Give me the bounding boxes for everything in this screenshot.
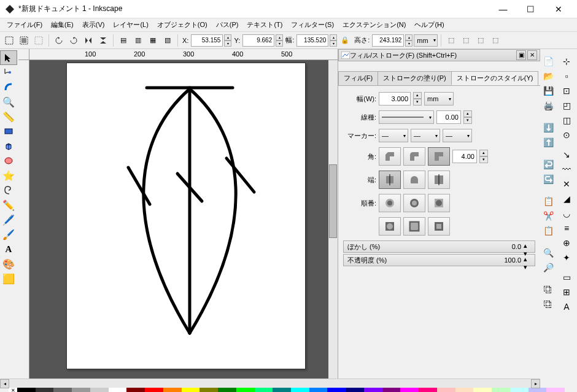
swatch[interactable] (400, 388, 419, 392)
menu-view[interactable]: 表示(V) (78, 19, 109, 31)
menu-text[interactable]: テキスト(T) (242, 19, 287, 31)
import-icon[interactable]: ⬇️ (540, 120, 556, 135)
menu-edit[interactable]: 編集(E) (47, 19, 78, 31)
tab-stroke-paint[interactable]: ストロークの塗り(P) (378, 71, 452, 85)
swatch[interactable] (291, 388, 309, 392)
dash-offset-input[interactable]: 0.00 (436, 110, 461, 124)
swatch[interactable] (17, 388, 36, 392)
swatch[interactable] (255, 388, 273, 392)
selector-tool[interactable] (0, 50, 17, 65)
snap-midpoint-icon[interactable]: ◫ (559, 113, 575, 128)
join-bevel-button[interactable] (379, 147, 401, 166)
swatch[interactable] (309, 388, 328, 392)
unit-select[interactable]: mm (414, 34, 437, 47)
raise-top-icon[interactable]: ▤ (117, 34, 130, 47)
lock-aspect-icon[interactable]: 🔒 (338, 34, 352, 47)
miter-limit-input[interactable]: 4.00 (452, 150, 477, 163)
panel-dock-icon[interactable]: ▣ (516, 50, 526, 60)
duplicate-icon[interactable]: ⿻ (540, 282, 556, 297)
close-button[interactable]: ✕ (544, 0, 572, 18)
blur-spinner[interactable]: ▴▾ (524, 242, 531, 252)
redo-icon[interactable]: ↪️ (540, 172, 556, 186)
swatch[interactable] (218, 388, 236, 392)
snap-page-icon[interactable]: ▭ (559, 270, 575, 285)
tweak-tool[interactable] (0, 80, 17, 94)
affect-stroke-icon[interactable]: ⬚ (444, 34, 458, 47)
h-input[interactable]: 243.192 (372, 34, 404, 47)
swatch[interactable] (382, 388, 401, 392)
swatch[interactable] (346, 388, 364, 392)
swatch[interactable] (36, 388, 54, 392)
flip-v-icon[interactable] (96, 34, 110, 47)
marker-mid-select[interactable]: — (411, 129, 440, 142)
stroke-width-input[interactable]: 3.000 (379, 92, 411, 106)
snap-path-icon[interactable]: 〰 (559, 162, 575, 177)
rotate-cw-icon[interactable] (67, 34, 80, 47)
swatch[interactable] (492, 388, 510, 392)
cut-icon[interactable]: ✂️ (540, 209, 556, 223)
order-3-button[interactable] (428, 194, 450, 212)
snap-line-mid-icon[interactable]: ≡ (559, 221, 575, 236)
star-tool[interactable]: ⭐ (0, 168, 17, 183)
swatch[interactable] (53, 388, 72, 392)
menu-help[interactable]: ヘルプ(H) (410, 19, 448, 31)
affect-corner-icon[interactable]: ⬚ (459, 34, 473, 47)
spray-tool[interactable]: 🎨 (0, 256, 17, 271)
swatch[interactable] (72, 388, 90, 392)
snap-rotation-icon[interactable]: ✦ (559, 250, 575, 265)
swatch[interactable] (546, 388, 565, 392)
paste-icon[interactable]: 📋 (540, 223, 556, 238)
swatch[interactable] (145, 388, 163, 392)
select-layer-icon[interactable] (17, 34, 31, 47)
swatch[interactable] (236, 388, 255, 392)
snap-edge-icon[interactable]: ⊡ (559, 83, 575, 98)
menu-file[interactable]: ファイル(F) (2, 19, 47, 31)
ruler-vertical[interactable] (18, 60, 29, 379)
maximize-button[interactable]: ☐ (517, 0, 544, 18)
blur-slider[interactable]: ぼかし (%) 0.0 ▴▾ (343, 240, 535, 253)
affect-pattern-icon[interactable]: ⬚ (489, 34, 502, 47)
snap-center-icon[interactable]: ⊙ (559, 128, 575, 142)
opacity-slider[interactable]: 不透明度 (%) 100.0 ▴▾ (343, 254, 535, 266)
deselect-icon[interactable] (32, 34, 45, 47)
y-input[interactable]: 9.662 (242, 34, 274, 47)
panel-close-icon[interactable]: ✕ (527, 50, 537, 60)
marker-start-select[interactable]: — (379, 129, 408, 142)
horizontal-scrollbar[interactable]: ◂ ▸ (0, 379, 540, 388)
swatch[interactable] (364, 388, 382, 392)
stroke-width-spinner[interactable]: ▴▾ (413, 92, 422, 106)
y-spinner[interactable]: ▴▾ (276, 34, 283, 47)
order-1-button[interactable] (379, 194, 401, 212)
lower-bottom-icon[interactable]: ▧ (161, 34, 174, 47)
opacity-spinner[interactable]: ▴▾ (524, 255, 531, 265)
viewport[interactable] (29, 60, 338, 379)
swatch[interactable] (473, 388, 492, 392)
text-tool[interactable]: A (0, 242, 17, 256)
ruler-horizontal[interactable]: 100 200 300 400 500 (29, 49, 338, 60)
color-palette[interactable]: ✕ (9, 388, 565, 392)
snap-grid-icon[interactable]: ⊞ (559, 285, 575, 299)
zoom-tool[interactable]: 🔍 (0, 94, 17, 109)
zoom-sel-icon[interactable]: 🔍 (540, 245, 556, 260)
swatch-none[interactable]: ✕ (9, 388, 17, 392)
cap-butt-button[interactable] (379, 171, 401, 189)
bezier-tool[interactable]: 🖊️ (0, 212, 17, 227)
dash-offset-spinner[interactable]: ▴▾ (463, 110, 472, 124)
snap-smooth-icon[interactable]: ◡ (559, 206, 575, 221)
snap-object-center-icon[interactable]: ⊕ (559, 236, 575, 250)
cap-round-button[interactable] (403, 171, 425, 189)
swatch[interactable] (90, 388, 109, 392)
swatch[interactable] (109, 388, 127, 392)
panel-titlebar[interactable]: フィル/ストローク(F) (Shift+Ctrl+F) ▣ ✕ (338, 49, 540, 61)
order-5-button[interactable] (403, 217, 425, 236)
export-icon[interactable]: ⬆️ (540, 135, 556, 150)
menu-filter[interactable]: フィルター(S) (287, 19, 338, 31)
snap-global-icon[interactable]: ⊹ (559, 54, 575, 69)
swatch[interactable] (273, 388, 291, 392)
snap-guide-icon[interactable]: A (559, 299, 575, 314)
vertical-scrollbar[interactable] (328, 60, 338, 379)
canvas-page[interactable] (66, 63, 306, 369)
select-all-icon[interactable] (2, 34, 16, 47)
new-doc-icon[interactable]: 📄 (540, 54, 556, 69)
scroll-right-icon[interactable]: ▸ (531, 379, 540, 388)
